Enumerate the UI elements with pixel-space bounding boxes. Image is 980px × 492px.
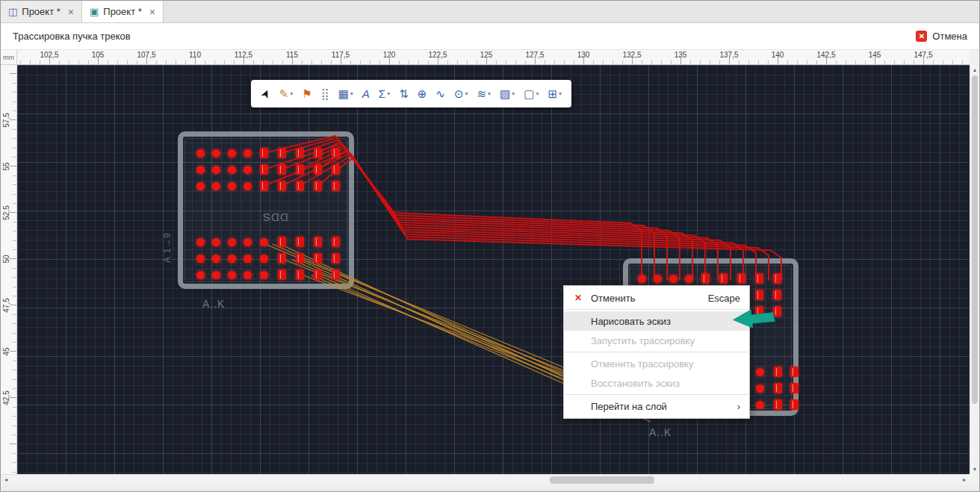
distribute-button[interactable]: ⇅ [395, 86, 412, 102]
selection-mode-button[interactable]: ▢▾ [520, 86, 542, 102]
pad-round[interactable] [196, 255, 205, 263]
pad-round[interactable] [638, 275, 646, 283]
pad-labeled[interactable] [314, 181, 322, 191]
pad-round[interactable] [260, 271, 268, 279]
pad-round[interactable] [244, 255, 252, 263]
pad-round[interactable] [228, 149, 236, 158]
chevron-down-icon[interactable]: ▾ [465, 90, 468, 97]
pad-labeled[interactable] [790, 383, 798, 393]
chevron-down-icon[interactable]: ▾ [387, 90, 390, 97]
pad-round[interactable] [756, 368, 764, 376]
pad-round[interactable] [244, 238, 252, 246]
pad-labeled[interactable] [296, 237, 304, 247]
pad-labeled[interactable] [332, 253, 340, 264]
pad-round[interactable] [756, 401, 764, 409]
pad-labeled[interactable] [790, 367, 798, 377]
text-tool-button[interactable]: A [359, 86, 373, 102]
pad-labeled[interactable] [332, 181, 340, 191]
hatch-fill-button[interactable]: ▨▾ [496, 86, 518, 102]
pad-round[interactable] [228, 238, 236, 246]
pad-labeled[interactable] [773, 306, 781, 317]
pad-round[interactable] [196, 271, 205, 279]
scroll-down-arrow[interactable]: ▾ [970, 464, 979, 474]
pcb-canvas[interactable]: DDS A 1→9 A..K A..K ➤✎▾⚑⣿▦▾AΣ▾⇅⊕∿⊙▾≋▾▨▾▢… [17, 65, 970, 474]
pad-round[interactable] [196, 149, 205, 158]
pad-round[interactable] [212, 149, 220, 158]
pad-labeled[interactable] [278, 253, 286, 264]
pad-labeled[interactable] [278, 181, 286, 191]
menu-item-перейти-на-слой[interactable]: Перейти на слой› [564, 396, 749, 416]
pad-labeled[interactable] [773, 273, 781, 284]
pad-labeled[interactable] [314, 237, 322, 247]
pad-labeled[interactable] [296, 164, 304, 175]
pad-round[interactable] [260, 255, 268, 263]
pad-labeled[interactable] [314, 253, 322, 264]
pad-round[interactable] [244, 271, 252, 279]
via-pattern-button[interactable]: ⣿ [317, 86, 333, 102]
meander-button[interactable]: ∿ [432, 86, 449, 102]
probe-flag-button[interactable]: ⚑ [298, 86, 315, 102]
pad-labeled[interactable] [260, 164, 268, 175]
scroll-left-arrow[interactable]: ◂ [1, 475, 11, 485]
horizontal-scroll-thumb[interactable] [550, 476, 654, 484]
pad-labeled[interactable] [314, 164, 322, 175]
pad-labeled[interactable] [332, 237, 340, 247]
pad-labeled[interactable] [332, 164, 340, 175]
zoom-tool-button[interactable]: ⊙▾ [450, 86, 472, 102]
pad-labeled[interactable] [296, 253, 304, 264]
chevron-down-icon[interactable]: ▾ [488, 90, 491, 97]
pad-labeled[interactable] [296, 270, 304, 280]
pad-round[interactable] [212, 271, 220, 279]
pad-round[interactable] [244, 182, 252, 190]
pad-labeled[interactable] [774, 367, 782, 377]
pad-round[interactable] [196, 166, 205, 174]
pad-round[interactable] [196, 182, 205, 190]
sum-tool-button[interactable]: Σ▾ [375, 86, 394, 102]
pad-labeled[interactable] [260, 148, 268, 158]
pad-labeled[interactable] [755, 290, 763, 300]
pad-round[interactable] [685, 275, 693, 283]
tab-project-1[interactable]: ◫Проект *× [1, 1, 82, 22]
chevron-down-icon[interactable]: ▾ [559, 90, 562, 97]
pad-labeled[interactable] [755, 306, 763, 317]
pad-round[interactable] [196, 238, 205, 246]
pad-labeled[interactable] [774, 383, 782, 393]
pad-round[interactable] [260, 238, 268, 246]
pad-labeled[interactable] [737, 273, 745, 284]
horizontal-scrollbar[interactable]: ◂ ▸ [1, 474, 970, 485]
pad-round[interactable] [669, 275, 677, 283]
pad-round[interactable] [244, 149, 252, 158]
pad-labeled[interactable] [719, 273, 728, 284]
chevron-down-icon[interactable]: ▾ [536, 90, 539, 97]
pad-labeled[interactable] [278, 164, 286, 175]
pad-round[interactable] [212, 182, 220, 190]
pad-round[interactable] [212, 255, 220, 263]
pad-labeled[interactable] [773, 290, 781, 300]
pad-round[interactable] [228, 255, 236, 263]
pad-round[interactable] [654, 275, 662, 283]
menu-item-отменить[interactable]: ✕ОтменитьEscape [564, 288, 749, 308]
pad-round[interactable] [228, 271, 236, 279]
pad-labeled[interactable] [332, 270, 340, 280]
pad-round[interactable] [212, 166, 220, 174]
pad-labeled[interactable] [260, 181, 268, 191]
chevron-down-icon[interactable]: ▾ [350, 90, 353, 97]
pad-labeled[interactable] [278, 148, 286, 158]
panel-view-button[interactable]: ⊞▾ [544, 86, 565, 102]
pad-labeled[interactable] [314, 148, 322, 158]
vertical-scroll-thumb[interactable] [972, 75, 978, 404]
center-origin-button[interactable]: ⊕ [414, 86, 431, 102]
pad-round[interactable] [212, 238, 220, 246]
chevron-down-icon[interactable]: ▾ [512, 90, 515, 97]
route-style-button[interactable]: ≋▾ [473, 86, 494, 102]
tab-project-2[interactable]: ▣Проект *× [82, 1, 164, 22]
tab-close-icon[interactable]: × [149, 6, 155, 18]
pad-round[interactable] [228, 166, 236, 174]
pad-round[interactable] [756, 384, 764, 393]
scroll-up-arrow[interactable]: ▴ [970, 65, 979, 75]
select-cursor-button[interactable]: ➤ [257, 86, 274, 102]
pad-labeled[interactable] [296, 181, 304, 191]
pad-labeled[interactable] [755, 273, 763, 284]
edit-tool-button[interactable]: ✎▾ [276, 86, 297, 102]
chevron-down-icon[interactable]: ▾ [290, 90, 293, 97]
